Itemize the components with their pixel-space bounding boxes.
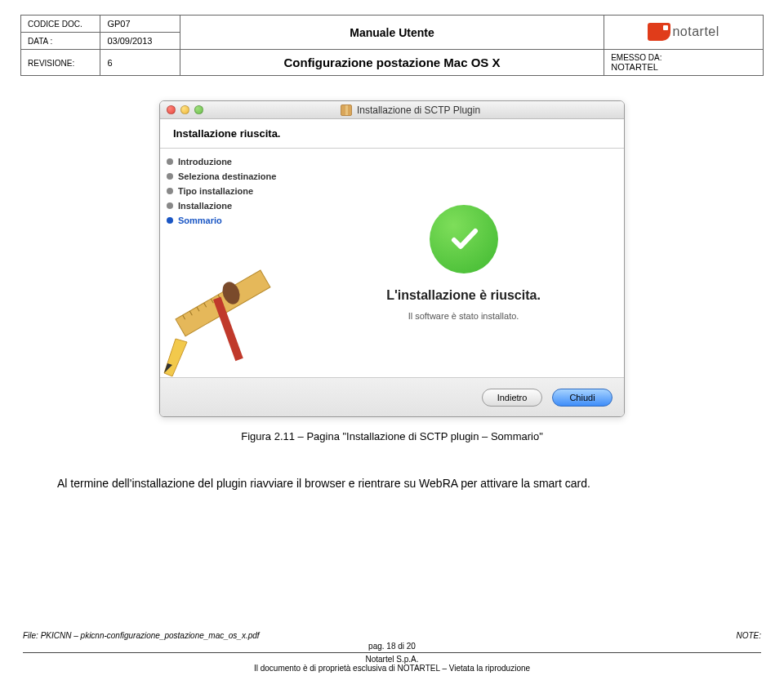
step-sommario: Sommario (167, 216, 296, 225)
subtitle: Configurazione postazione Mac OS X (283, 56, 500, 69)
document-footer: File: PKICNN – pkicnn-configurazione_pos… (0, 631, 784, 673)
notartel-logo: notartel (648, 23, 719, 41)
svg-line-8 (232, 287, 234, 291)
success-subtitle: Il software è stato installato. (408, 311, 519, 321)
logo-text: notartel (672, 24, 719, 39)
minimize-icon[interactable] (180, 105, 189, 114)
mac-window: Installazione di SCTP Plugin Installazio… (159, 100, 625, 417)
step-installazione: Installazione (167, 201, 296, 211)
back-button[interactable]: Indietro (482, 389, 542, 407)
installer-sidebar: Introduzione Seleziona destinazione Tipo… (160, 149, 303, 377)
footer-file: File: PKICNN – pkicnn-configurazione_pos… (23, 631, 260, 640)
titlebar: Installazione di SCTP Plugin (160, 101, 624, 119)
footer-note: NOTE: (736, 631, 761, 640)
logo-icon (648, 23, 670, 41)
zoom-icon[interactable] (194, 105, 203, 114)
installer-screenshot: Installazione di SCTP Plugin Installazio… (159, 100, 625, 442)
svg-line-5 (211, 299, 213, 303)
close-icon[interactable] (167, 105, 176, 114)
svg-line-1 (183, 315, 185, 319)
step-introduzione: Introduzione (167, 157, 296, 167)
manual-title: Manuale Utente (350, 26, 434, 39)
svg-line-4 (204, 303, 207, 307)
data-label: DATA : (28, 37, 52, 46)
pencil-ruler-brush-icon (159, 259, 287, 381)
svg-rect-0 (176, 270, 270, 336)
installer-main: L'installazione è riuscita. Il software … (303, 149, 624, 377)
document-header-table: CODICE DOC. GP07 Manuale Utente notartel… (20, 15, 764, 76)
svg-marker-9 (164, 339, 187, 376)
installer-heading: Installazione riuscita. (160, 119, 624, 149)
svg-rect-11 (213, 297, 243, 362)
window-title: Installazione di SCTP Plugin (357, 104, 480, 116)
traffic-lights (167, 105, 203, 114)
package-icon (341, 104, 352, 116)
revisione-label: REVISIONE: (28, 59, 74, 68)
footer-page: pag. 18 di 20 (368, 642, 416, 651)
svg-point-12 (220, 279, 243, 306)
data-value: 03/09/2013 (107, 36, 152, 46)
codice-value: GP07 (107, 19, 130, 29)
svg-line-2 (189, 311, 192, 315)
close-button[interactable]: Chiudi (552, 389, 612, 407)
success-title: L'installazione è riuscita. (386, 288, 541, 303)
footer-disclaimer: Il documento è di proprietà esclusiva di… (23, 664, 761, 673)
installer-footer: Indietro Chiudi (160, 377, 624, 416)
figure-caption: Figura 2.11 – Pagina "Installazione di S… (159, 430, 625, 442)
svg-line-6 (218, 295, 220, 299)
step-tipo: Tipo installazione (167, 186, 296, 196)
success-check-icon (430, 205, 498, 273)
footer-company: Notartel S.p.A. (23, 655, 761, 664)
svg-line-7 (225, 291, 228, 295)
svg-marker-10 (164, 363, 172, 373)
step-destinazione: Seleziona destinazione (167, 171, 296, 181)
svg-line-3 (197, 307, 199, 311)
emesso-value: NOTARTEL (611, 62, 658, 72)
body-paragraph: Al termine dell'installazione del plugin… (57, 475, 727, 492)
codice-label: CODICE DOC. (28, 20, 82, 29)
installer-body: Introduzione Seleziona destinazione Tipo… (160, 149, 624, 377)
emesso-label: EMESSO DA: (611, 53, 662, 62)
revisione-value: 6 (107, 58, 112, 68)
